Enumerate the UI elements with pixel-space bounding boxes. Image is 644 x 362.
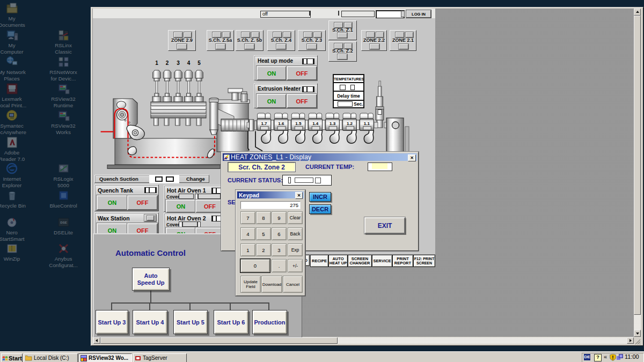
svg-text:1.7: 1.7: [261, 121, 267, 126]
svg-text:1.3: 1.3: [330, 121, 336, 126]
svg-text:DSE: DSE: [60, 221, 67, 224]
svg-text:1.4: 1.4: [312, 121, 319, 126]
svg-text:3: 3: [177, 60, 180, 66]
svg-text:4: 4: [187, 60, 191, 66]
svg-text:1.1: 1.1: [364, 121, 370, 126]
svg-text:5: 5: [197, 60, 201, 66]
svg-text:1.2: 1.2: [347, 121, 353, 126]
svg-text:2: 2: [166, 60, 169, 66]
svg-text:1.6: 1.6: [278, 121, 284, 126]
svg-text:1.5: 1.5: [295, 121, 302, 126]
svg-text:1: 1: [155, 60, 158, 66]
